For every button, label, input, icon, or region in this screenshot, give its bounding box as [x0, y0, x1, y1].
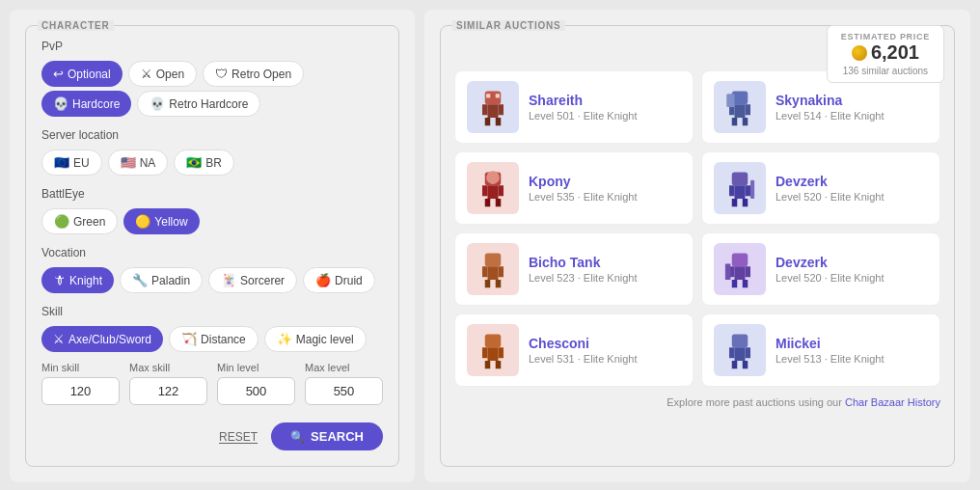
char-bazaar-history-link[interactable]: Char Bazaar History: [845, 396, 940, 408]
pvp-retro-hardcore-btn[interactable]: 💀 Retro Hardcore: [137, 91, 260, 117]
char-info: Chesconi Level 531 · Elite Knight: [529, 336, 638, 365]
char-sub: Level 520 · Elite Knight: [776, 272, 885, 284]
char-avatar: [714, 81, 766, 133]
char-name: Shareith: [529, 93, 638, 108]
location-eu-label: EU: [73, 156, 90, 170]
similar-auctions-label: SIMILAR AUCTIONS: [452, 20, 565, 31]
search-button[interactable]: 🔍 SEARCH: [271, 422, 383, 450]
svg-rect-39: [732, 280, 738, 287]
max-skill-input[interactable]: [129, 377, 207, 405]
estimated-price-box: ESTIMATED PRICE 6,201 136 similar auctio…: [827, 25, 944, 83]
sorcerer-icon: 🃏: [221, 273, 236, 287]
vocation-knight-btn[interactable]: 🗡 Knight: [41, 267, 114, 293]
price-number: 6,201: [871, 41, 919, 64]
green-eye-icon: 🟢: [54, 214, 69, 229]
pvp-buttons: ↩ Optional ⚔ Open 🛡 Retro Open: [41, 61, 383, 87]
auction-card[interactable]: Miickei Level 513 · Elite Knight: [701, 313, 940, 387]
svg-rect-9: [735, 104, 746, 118]
min-skill-input[interactable]: [41, 377, 120, 405]
char-avatar: [714, 324, 766, 376]
auction-card[interactable]: Devzerk Level 520 · Elite Knight: [701, 232, 940, 306]
pvp-retro-open-btn[interactable]: 🛡 Retro Open: [203, 61, 304, 87]
svg-rect-45: [499, 347, 504, 358]
svg-rect-41: [725, 264, 731, 281]
svg-rect-22: [732, 173, 749, 186]
min-skill-label: Min skill: [41, 362, 120, 373]
estimated-price-label: ESTIMATED PRICE: [841, 32, 930, 41]
vocation-sorcerer-label: Sorcerer: [240, 274, 285, 287]
pvp-buttons-row2: 💀 Hardcore 💀 Retro Hardcore: [41, 91, 383, 117]
svg-rect-36: [735, 266, 746, 280]
battleeye-buttons: 🟢 Green 🟡 Yellow: [41, 208, 383, 234]
skill-distance-btn[interactable]: 🏹 Distance: [169, 326, 259, 352]
search-icon: 🔍: [290, 430, 305, 444]
char-avatar: [714, 162, 766, 214]
battleeye-yellow-label: Yellow: [154, 215, 187, 229]
pvp-hardcore-label: Hardcore: [72, 97, 120, 111]
char-sub: Level 501 · Elite Knight: [529, 110, 638, 122]
auction-card[interactable]: Chesconi Level 531 · Elite Knight: [454, 313, 694, 387]
svg-rect-34: [496, 280, 502, 287]
action-row: RESET 🔍 SEARCH: [41, 422, 383, 450]
location-br-btn[interactable]: 🇧🇷 BR: [174, 150, 234, 176]
knight-icon: 🗡: [53, 273, 66, 287]
svg-rect-19: [485, 199, 491, 206]
eu-flag-icon: 🇪🇺: [54, 155, 69, 170]
footer-static-text: Explore more past auctions using our: [667, 396, 842, 408]
max-level-group: Max level: [305, 362, 383, 405]
pvp-optional-btn[interactable]: ↩ Optional: [41, 61, 122, 87]
svg-rect-20: [496, 199, 502, 206]
svg-rect-43: [488, 347, 499, 361]
max-skill-group: Max skill: [129, 362, 207, 405]
auction-card[interactable]: Devzerk Level 520 · Elite Knight: [701, 151, 940, 225]
min-level-input[interactable]: [217, 377, 295, 405]
auction-card[interactable]: Shareith Level 501 · Elite Knight: [454, 70, 694, 144]
pvp-open-btn[interactable]: ⚔ Open: [128, 61, 197, 87]
svg-rect-12: [732, 118, 738, 125]
vocation-sorcerer-btn[interactable]: 🃏 Sorcerer: [208, 267, 297, 293]
svg-rect-27: [743, 199, 749, 206]
character-section-label: CHARACTER: [38, 20, 114, 31]
distance-icon: 🏹: [181, 332, 197, 346]
svg-rect-31: [482, 266, 488, 277]
svg-rect-51: [746, 347, 751, 358]
pvp-open-label: Open: [156, 68, 184, 81]
svg-rect-35: [732, 254, 749, 267]
location-na-btn[interactable]: 🇺🇸 NA: [108, 150, 169, 176]
skill-magic-btn[interactable]: ✨ Magic level: [264, 326, 367, 352]
vocation-paladin-label: Paladin: [151, 274, 190, 287]
max-skill-label: Max skill: [129, 362, 207, 373]
char-sub: Level 531 · Elite Knight: [529, 353, 638, 365]
svg-rect-17: [482, 185, 488, 196]
battleeye-green-label: Green: [73, 215, 105, 229]
svg-rect-2: [482, 104, 488, 115]
open-icon: ⚔: [141, 67, 152, 81]
char-info: Skynakina Level 514 · Elite Knight: [776, 93, 885, 122]
br-flag-icon: 🇧🇷: [186, 155, 202, 170]
location-eu-btn[interactable]: 🇪🇺 EU: [41, 150, 102, 176]
vocation-druid-btn[interactable]: 🍎 Druid: [303, 267, 375, 293]
pvp-hardcore-btn[interactable]: 💀 Hardcore: [41, 91, 131, 117]
battleeye-yellow-btn[interactable]: 🟡 Yellow: [123, 208, 199, 234]
vocation-paladin-btn[interactable]: 🔧 Paladin: [120, 267, 203, 293]
retro-hardcore-icon: 💀: [150, 96, 165, 111]
character-panel: CHARACTER PvP ↩ Optional ⚔ Open 🛡 Retro …: [10, 10, 415, 482]
auction-card[interactable]: Bicho Tank Level 523 · Elite Knight: [454, 232, 694, 306]
svg-rect-44: [482, 347, 488, 358]
similar-auctions-panel: SIMILAR AUCTIONS ESTIMATED PRICE 6,201 1…: [424, 10, 970, 482]
skill-axe-btn[interactable]: ⚔ Axe/Club/Sword: [41, 326, 163, 352]
svg-rect-13: [743, 118, 749, 125]
char-name: Bicho Tank: [529, 255, 638, 270]
char-name: Devzerk: [776, 255, 885, 270]
char-sub: Level 514 · Elite Knight: [776, 110, 885, 122]
auction-card[interactable]: Kpony Level 535 · Elite Knight: [454, 151, 694, 225]
pvp-optional-label: Optional: [68, 68, 111, 81]
svg-rect-40: [743, 280, 749, 287]
similar-count: 136 similar auctions: [841, 66, 930, 76]
reset-button[interactable]: RESET: [219, 430, 258, 444]
magic-icon: ✨: [277, 332, 292, 346]
battleeye-green-btn[interactable]: 🟢 Green: [41, 208, 118, 234]
max-level-input[interactable]: [305, 377, 383, 405]
svg-rect-7: [496, 94, 500, 97]
char-avatar: [467, 324, 519, 376]
